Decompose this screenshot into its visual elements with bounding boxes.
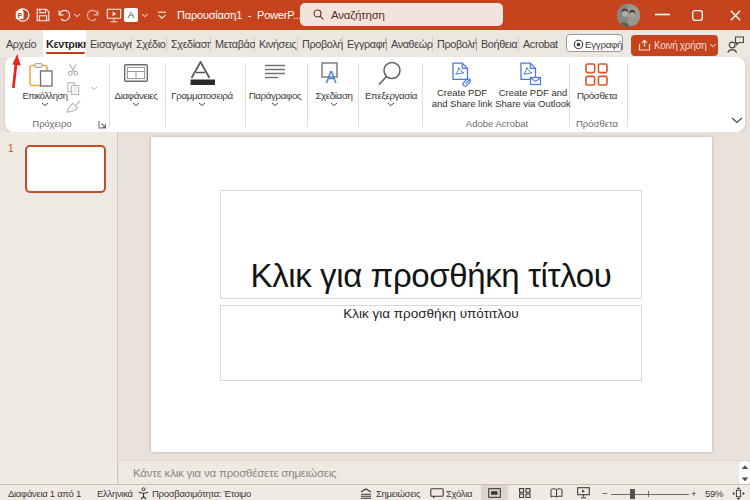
svg-text:P: P [18, 12, 23, 19]
svg-text:A: A [325, 68, 336, 86]
